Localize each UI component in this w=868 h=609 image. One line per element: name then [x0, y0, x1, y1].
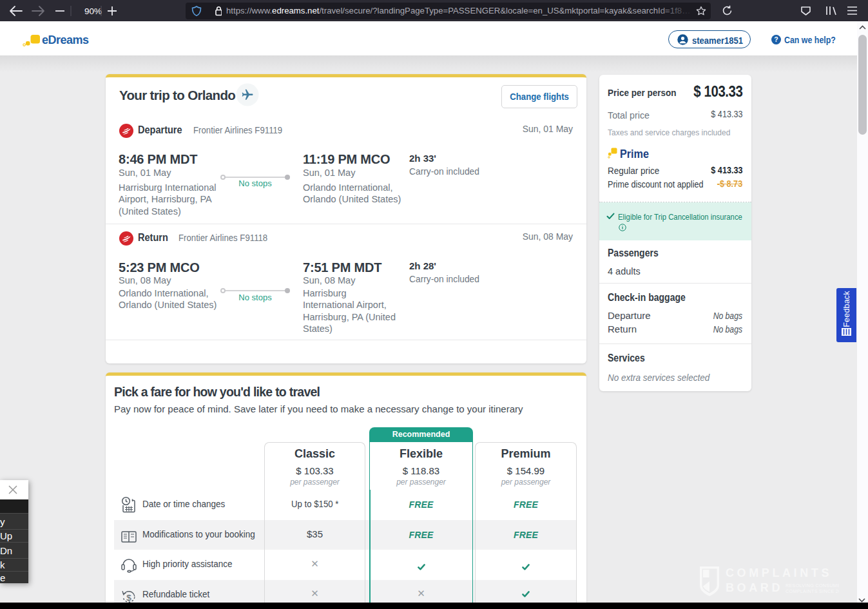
svg-text:BOARD: BOARD: [726, 581, 783, 594]
svg-text:90%: 90%: [84, 6, 102, 16]
svg-text:Prime: Prime: [620, 147, 649, 160]
svg-text:$: $: [126, 593, 131, 603]
svg-text:RESOLVING CONSUMER: RESOLVING CONSUMER: [786, 583, 839, 588]
svg-text:COMPLAINTS: COMPLAINTS: [726, 566, 832, 579]
svg-text:eDreams: eDreams: [42, 34, 89, 46]
svg-text:?: ?: [774, 35, 778, 43]
svg-text:COMPLAINTS SINCE 2004: COMPLAINTS SINCE 2004: [786, 588, 839, 594]
